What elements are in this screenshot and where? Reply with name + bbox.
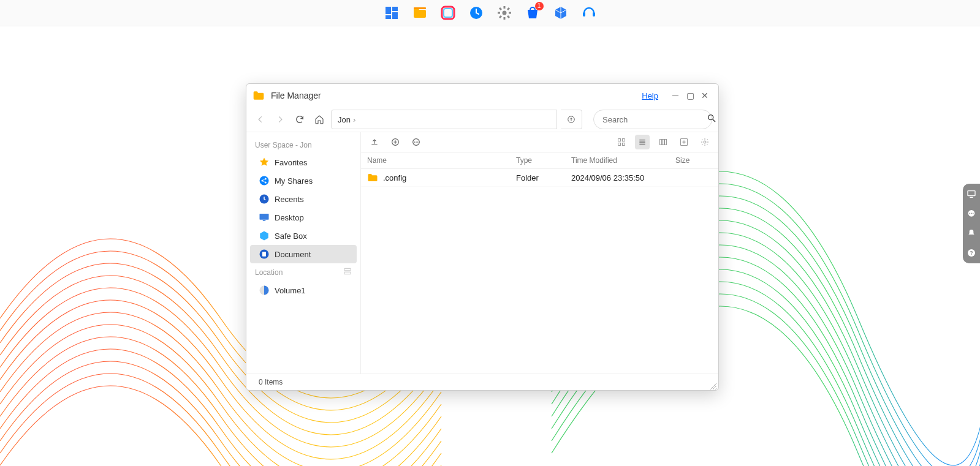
svg-rect-52 (622, 139, 625, 141)
sidebar-item-label: Document (275, 250, 311, 259)
column-header: Name Type Time Modified Size (361, 152, 718, 169)
svg-rect-0 (386, 7, 391, 14)
document-icon (259, 249, 270, 260)
home-button[interactable] (311, 111, 327, 127)
svg-point-48 (414, 141, 415, 143)
sidebar-section-user: User Space - Jon (246, 137, 360, 153)
help-link[interactable]: Help (642, 91, 658, 100)
svg-rect-1 (392, 7, 398, 11)
side-panel-bell-icon[interactable] (966, 228, 977, 239)
sidebar-item-desktop[interactable]: Desktop (250, 208, 357, 227)
storage-manage-icon[interactable] (343, 267, 352, 277)
svg-point-23 (971, 212, 972, 214)
svg-rect-54 (622, 143, 625, 145)
volume-icon (259, 285, 270, 296)
svg-point-8 (502, 11, 506, 15)
nav-forward-button[interactable] (272, 111, 288, 127)
svg-rect-18 (593, 12, 595, 17)
svg-rect-60 (665, 139, 667, 145)
sidebar-item-recents[interactable]: Recents (250, 190, 357, 208)
settings-view-button[interactable] (697, 135, 712, 149)
new-button[interactable] (388, 135, 403, 149)
column-modified[interactable]: Time Modified (571, 156, 675, 165)
svg-point-28 (708, 115, 713, 120)
minimize-button[interactable]: ─ (668, 88, 683, 103)
svg-rect-3 (386, 15, 391, 19)
status-text: 0 Items (259, 378, 283, 386)
svg-line-13 (499, 8, 501, 10)
svg-rect-4 (414, 7, 426, 9)
side-panel-help-icon[interactable]: ? (966, 247, 977, 258)
folder-icon (367, 172, 378, 183)
maximize-button[interactable]: ▢ (683, 88, 697, 103)
svg-point-33 (265, 182, 267, 184)
sidebar-item-favorites[interactable]: Favorites (250, 153, 357, 171)
titlebar[interactable]: File Manager Help ─ ▢ ✕ (246, 84, 718, 107)
view-grid-button[interactable] (614, 135, 629, 149)
svg-rect-53 (618, 143, 621, 145)
dock-store-icon[interactable]: 1 (525, 6, 540, 20)
side-panel: ? (963, 184, 980, 263)
sidebar-item-label: Volume1 (275, 286, 306, 295)
svg-rect-42 (344, 272, 351, 274)
resize-handle[interactable] (710, 381, 717, 389)
file-modified: 2024/09/06 23:35:50 (571, 173, 675, 182)
share-icon (259, 175, 270, 186)
svg-rect-40 (262, 252, 266, 257)
sidebar-item-label: Recents (275, 195, 304, 204)
file-manager-window: File Manager Help ─ ▢ ✕ Jon › User Space… (246, 83, 719, 391)
add-panel-button[interactable] (677, 135, 691, 149)
column-type[interactable]: Type (516, 156, 571, 165)
upload-button[interactable] (367, 135, 382, 149)
view-columns-button[interactable] (656, 135, 670, 149)
svg-line-15 (499, 16, 501, 18)
svg-point-49 (416, 141, 417, 143)
dock-settings-icon[interactable] (497, 6, 512, 20)
sidebar-item-my-shares[interactable]: My Shares (250, 171, 357, 190)
more-button[interactable] (409, 135, 424, 149)
sidebar-item-document[interactable]: Document (250, 245, 357, 263)
svg-text:?: ? (970, 250, 973, 256)
svg-line-14 (507, 16, 509, 18)
svg-point-32 (265, 178, 267, 180)
sidebar-item-label: My Shares (275, 176, 313, 186)
dock-backup-icon[interactable] (469, 6, 484, 20)
svg-point-30 (260, 176, 269, 186)
sidebar-item-volume1[interactable]: Volume1 (250, 281, 357, 299)
svg-rect-6 (444, 9, 452, 17)
breadcrumb-bar[interactable]: Jon › (331, 110, 557, 129)
sidebar-item-safe-box[interactable]: Safe Box (250, 227, 357, 245)
svg-point-24 (973, 212, 974, 214)
sidebar-item-label: Favorites (275, 158, 307, 167)
column-size[interactable]: Size (675, 156, 712, 165)
svg-point-50 (417, 141, 419, 143)
dock: 1 (0, 0, 980, 26)
dock-store-badge: 1 (535, 2, 544, 10)
dock-container-icon[interactable] (553, 6, 568, 20)
search-input[interactable] (601, 115, 707, 125)
folder-icon (253, 89, 265, 102)
go-up-button[interactable] (561, 110, 582, 129)
desktop-icon (259, 212, 270, 223)
dock-file-manager-icon[interactable] (412, 6, 427, 20)
star-icon (259, 157, 270, 168)
file-rows[interactable]: .config Folder 2024/09/06 23:35:50 (361, 169, 718, 374)
recent-icon (259, 194, 270, 205)
dock-support-icon[interactable] (582, 6, 596, 20)
dock-apps-icon[interactable] (384, 6, 399, 20)
refresh-button[interactable] (292, 111, 308, 127)
column-name[interactable]: Name (367, 156, 516, 165)
svg-point-64 (704, 141, 706, 143)
nav-back-button[interactable] (253, 111, 268, 127)
sidebar-item-label: Safe Box (275, 231, 307, 241)
close-button[interactable]: ✕ (697, 88, 712, 103)
dock-photos-icon[interactable] (441, 6, 455, 20)
svg-line-16 (507, 8, 509, 10)
side-panel-monitor-icon[interactable] (966, 189, 977, 200)
table-row[interactable]: .config Folder 2024/09/06 23:35:50 (361, 169, 718, 187)
view-list-button[interactable] (635, 135, 650, 149)
side-panel-chat-icon[interactable] (966, 208, 977, 219)
search-box[interactable] (593, 110, 712, 129)
breadcrumb-item[interactable]: Jon (338, 115, 351, 124)
svg-rect-17 (583, 12, 585, 17)
